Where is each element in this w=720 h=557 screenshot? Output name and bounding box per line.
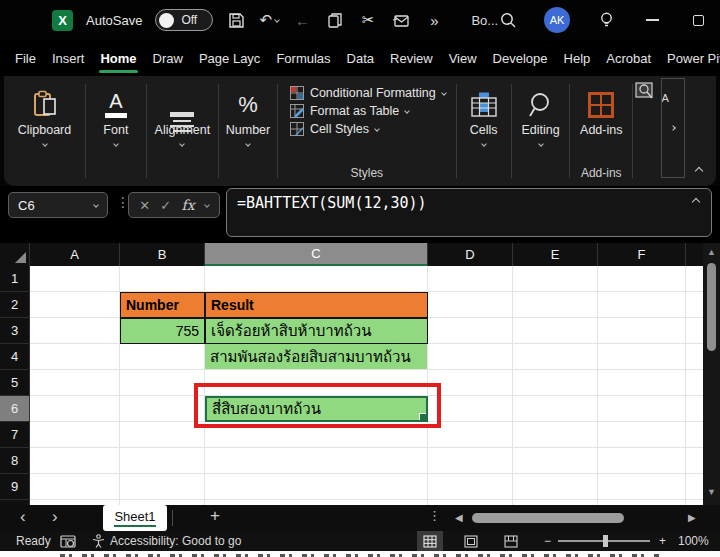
cell-E6[interactable] [513, 396, 598, 422]
tab-insert[interactable]: Insert [51, 47, 86, 70]
zoom-slider-handle[interactable] [603, 535, 608, 547]
cell-E3[interactable] [513, 318, 598, 344]
formula-chevron-icon[interactable] [204, 202, 210, 208]
row-header-6[interactable]: 6 [0, 396, 30, 422]
add-sheet-button[interactable]: + [210, 506, 220, 526]
insert-function-icon[interactable]: fx [181, 197, 194, 213]
row-header-5[interactable]: 5 [0, 370, 30, 396]
cell-B4[interactable] [120, 344, 205, 370]
undo-icon[interactable]: ↶ [259, 10, 279, 30]
vertical-scrollbar[interactable]: ▲ ▼ [703, 243, 720, 505]
cell-A8[interactable] [30, 448, 120, 474]
cell-D6[interactable] [428, 396, 513, 422]
lightbulb-icon[interactable] [596, 10, 616, 30]
view-page-layout-icon[interactable] [458, 531, 484, 551]
share-email-icon[interactable] [391, 10, 411, 30]
cell-B9[interactable] [120, 474, 205, 500]
sheet-tab-sheet1[interactable]: Sheet1 [103, 505, 167, 531]
tab-formulas[interactable]: Formulas [275, 47, 331, 70]
cell-A6[interactable] [30, 396, 120, 422]
cells-group[interactable]: Cells [457, 76, 511, 186]
column-header-B[interactable]: B [120, 243, 205, 266]
cell-C2[interactable]: Result [205, 292, 428, 318]
minimize-button[interactable] [642, 10, 662, 30]
tab-data[interactable]: Data [346, 47, 375, 70]
cell-A9[interactable] [30, 474, 120, 500]
font-group[interactable]: A Font [86, 76, 146, 186]
cell-F3[interactable] [598, 318, 686, 344]
row-header-7[interactable]: 7 [0, 422, 30, 448]
column-header-C[interactable]: C [205, 243, 428, 266]
cell-D3[interactable] [428, 318, 513, 344]
row-header-8[interactable]: 8 [0, 448, 30, 474]
row-header-9[interactable]: 9 [0, 474, 30, 500]
scroll-down-icon[interactable]: ▼ [703, 487, 720, 497]
row-header-3[interactable]: 3 [0, 318, 30, 344]
cell-B6[interactable] [120, 396, 205, 422]
tab-help[interactable]: Help [563, 47, 592, 70]
alignment-group[interactable]: Alignment [147, 76, 218, 186]
save-icon[interactable] [226, 10, 246, 30]
cancel-entry-icon[interactable]: ✕ [139, 198, 150, 213]
select-all-corner[interactable] [0, 243, 30, 266]
tab-home[interactable]: Home [99, 47, 137, 70]
cell-B8[interactable] [120, 448, 205, 474]
cell-styles-button[interactable]: Cell Styles [290, 122, 446, 136]
tab-page-layout[interactable]: Page Layc [198, 47, 261, 70]
formula-input[interactable]: =BAHTTEXT(SUM(12,30)) [226, 188, 712, 237]
column-header-F[interactable]: F [598, 243, 686, 266]
cell-C5[interactable] [205, 370, 428, 396]
copy-icon[interactable] [325, 10, 345, 30]
cell-C3[interactable]: เจ็ดร้อยห้าสิบห้าบาทถ้วน [205, 318, 428, 344]
cell-F9[interactable] [598, 474, 686, 500]
tab-draw[interactable]: Draw [152, 47, 184, 70]
zoom-out-icon[interactable]: − [544, 531, 551, 551]
column-header-A[interactable]: A [30, 243, 120, 266]
format-as-table-button[interactable]: Format as Table [290, 104, 446, 118]
hscroll-right-icon[interactable]: ▶ [688, 512, 696, 523]
tab-review[interactable]: Review [389, 47, 434, 70]
autosave-toggle[interactable]: Off [155, 9, 213, 31]
cell-D9[interactable] [428, 474, 513, 500]
cell-B5[interactable] [120, 370, 205, 396]
cell-F8[interactable] [598, 448, 686, 474]
clipboard-group[interactable]: Clipboard [4, 76, 85, 186]
name-box[interactable]: C6 [8, 192, 108, 218]
cell-F1[interactable] [598, 266, 686, 292]
collapse-ribbon-icon[interactable] [695, 167, 703, 175]
tab-view[interactable]: View [448, 47, 478, 70]
cell-A3[interactable] [30, 318, 120, 344]
cell-C6-active[interactable]: สี่สิบสองบาทถ้วน [205, 396, 428, 422]
view-normal-icon[interactable] [417, 531, 443, 551]
cell-E2[interactable] [513, 292, 598, 318]
cell-E9[interactable] [513, 474, 598, 500]
cell-F6[interactable] [598, 396, 686, 422]
cell-F5[interactable] [598, 370, 686, 396]
accessibility-status[interactable]: Accessibility: Good to go [110, 531, 241, 551]
cell-F7[interactable] [598, 422, 686, 448]
cell-C7[interactable] [205, 422, 428, 448]
tab-power-pivot[interactable]: Power Piv [666, 47, 720, 70]
cell-A2[interactable] [30, 292, 120, 318]
tab-developer[interactable]: Develope [492, 47, 549, 70]
cell-E7[interactable] [513, 422, 598, 448]
cell-C8[interactable] [205, 448, 428, 474]
horizontal-scrollbar[interactable] [468, 513, 680, 523]
hscroll-left-icon[interactable]: ◀ [455, 512, 463, 523]
cell-D5[interactable] [428, 370, 513, 396]
editing-group[interactable]: Editing [512, 76, 570, 186]
search-icon[interactable] [498, 10, 518, 30]
ribbon-expand-strip[interactable] [661, 78, 685, 178]
row-header-2[interactable]: 2 [0, 292, 30, 318]
cell-B3[interactable]: 755 [120, 318, 205, 344]
cell-C9[interactable] [205, 474, 428, 500]
cell-C4[interactable]: สามพันสองร้อยสิบสามบาทถ้วน [205, 344, 428, 370]
prev-sheet-icon[interactable]: ‹ [20, 507, 26, 527]
macro-record-icon[interactable] [60, 531, 76, 551]
cell-C1[interactable] [205, 266, 428, 292]
collapse-formula-bar-icon[interactable] [692, 198, 700, 206]
cell-A1[interactable] [30, 266, 120, 292]
maximize-button[interactable] [688, 10, 708, 30]
horizontal-scroll-thumb[interactable] [472, 513, 624, 523]
cut-icon[interactable]: ✂ [358, 10, 378, 30]
